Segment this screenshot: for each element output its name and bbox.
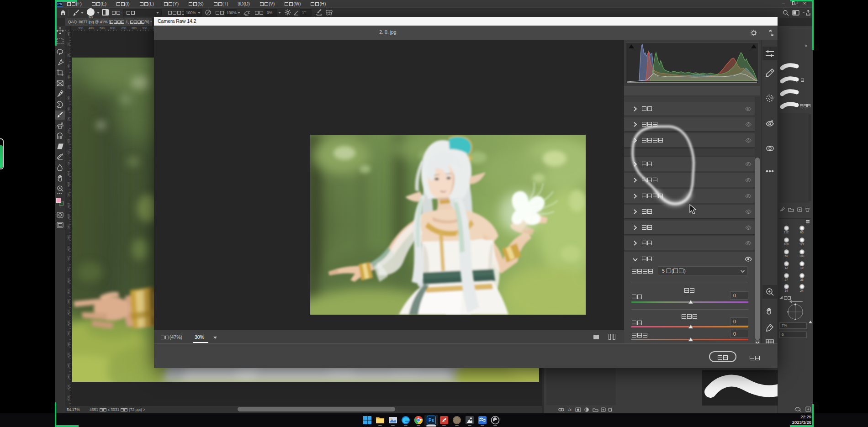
svg-text:Ps: Ps [429,418,434,423]
svg-text:fx: fx [568,407,572,412]
